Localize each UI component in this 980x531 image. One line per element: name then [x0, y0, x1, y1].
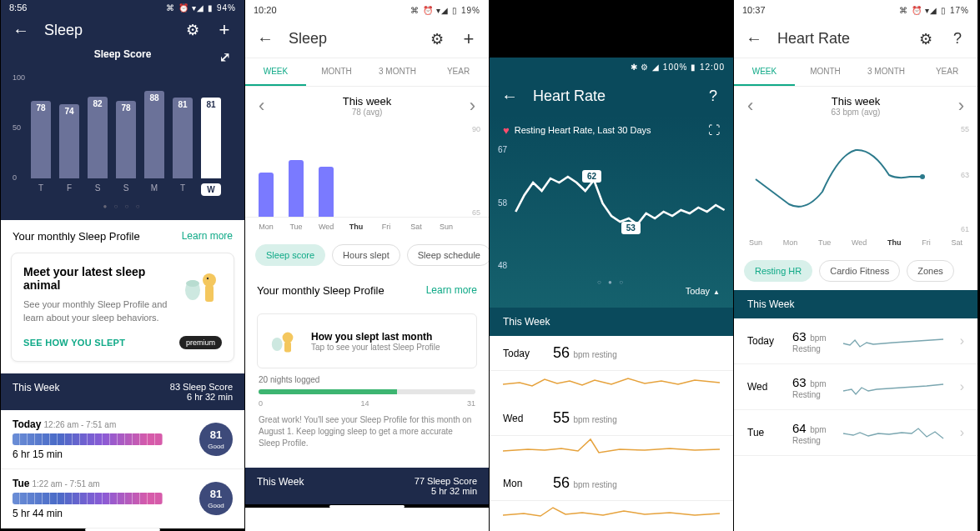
bar[interactable]: [259, 173, 274, 217]
bar[interactable]: [319, 167, 334, 218]
bar[interactable]: 78: [31, 101, 51, 179]
x-axis: T F S S M T W: [13, 183, 233, 196]
back-icon[interactable]: [746, 31, 762, 48]
chevron-left-icon[interactable]: [747, 95, 753, 117]
today-marker: Today: [490, 286, 733, 296]
resting-hr-line-chart[interactable]: 55 63 61: [734, 125, 977, 233]
progress-label: 20 nights logged: [245, 375, 489, 384]
nights-progress-bar: [259, 389, 475, 394]
tab-week[interactable]: WEEK: [245, 58, 306, 86]
svg-point-4: [186, 280, 199, 287]
sleep-stages-bar: [13, 493, 163, 504]
plus-icon[interactable]: [460, 31, 477, 48]
score-badge: 81Good: [199, 482, 233, 515]
hr-day-row[interactable]: Wed 63 bpmResting ›: [734, 364, 977, 410]
svg-point-8: [920, 174, 925, 179]
heart-icon: [503, 124, 510, 137]
period-tabs: WEEK MONTH 3 MONTH YEAR: [734, 58, 977, 87]
status-icons: ⌘ ⏰ ▾◢ ▮ 94%: [166, 3, 236, 13]
callout-high: 62: [582, 170, 601, 183]
status-time: 8:56: [9, 3, 27, 13]
chip-zones[interactable]: Zones: [907, 260, 954, 282]
status-time: 10:20: [254, 5, 277, 15]
top-bar: Sleep: [245, 20, 489, 58]
plus-icon[interactable]: [216, 22, 233, 38]
bar[interactable]: [289, 160, 304, 217]
tab-month[interactable]: MONTH: [306, 58, 367, 86]
sleep-stages-bar: [13, 433, 163, 445]
svg-rect-1: [205, 285, 214, 302]
tab-3month[interactable]: 3 MONTH: [856, 58, 917, 86]
hr-day-row[interactable]: Today 56 bpm resting: [490, 336, 733, 371]
score-badge: 81Good: [199, 423, 233, 456]
sleep-screen-dark: 8:56 ⌘ ⏰ ▾◢ ▮ 94% Sleep Sleep Score 100 …: [0, 0, 244, 531]
sleep-day-row[interactable]: Tue 1:22 am - 7:51 am 5 hr 44 min 81Good: [1, 469, 244, 528]
premium-badge: premium: [179, 336, 222, 349]
chevron-right-icon: ›: [960, 379, 964, 394]
top-bar: Heart Rate: [490, 78, 733, 115]
hr-day-row[interactable]: Wed 55 bpm resting: [490, 401, 733, 436]
period-tabs: WEEK MONTH 3 MONTH YEAR: [245, 58, 489, 87]
resting-hr-chart[interactable]: Resting Heart Rate, Last 30 Days 67 58 4…: [490, 115, 733, 308]
status-bar: 10:20 ⌘ ⏰ ▾◢ ▯ 19%: [245, 0, 489, 20]
chip-resting-hr[interactable]: Resting HR: [744, 260, 812, 282]
back-icon[interactable]: [257, 31, 274, 48]
chevron-right-icon[interactable]: [958, 95, 964, 117]
this-week-band: This Week: [490, 308, 733, 336]
heart-rate-screen-light: 10:37 ⌘ ⏰ ▾◢ ▯ 17% Heart Rate WEEK MONTH…: [733, 0, 977, 531]
bar-selected[interactable]: 81: [201, 98, 221, 178]
tab-month[interactable]: MONTH: [795, 58, 856, 86]
svg-point-2: [207, 278, 209, 279]
chip-sleep-score[interactable]: Sleep score: [255, 244, 325, 266]
this-week-band: This Week 83 Sleep Score 6 hr 32 min: [1, 373, 244, 410]
expand-icon[interactable]: [216, 48, 233, 65]
chip-hours-slept[interactable]: Hours slept: [332, 244, 400, 266]
x-axis: SunMonTueWedThuFriSat: [734, 233, 977, 252]
bar[interactable]: 74: [59, 104, 79, 178]
hr-day-row[interactable]: Today 63 bpmResting ›: [734, 318, 977, 364]
tab-week[interactable]: WEEK: [734, 58, 795, 86]
bar[interactable]: 78: [116, 101, 136, 179]
black-letterbox: [490, 0, 733, 58]
fullscreen-icon[interactable]: [708, 123, 720, 137]
chevron-left-icon[interactable]: [259, 95, 264, 117]
page-title: Sleep: [44, 22, 169, 39]
tab-year[interactable]: YEAR: [917, 58, 977, 86]
top-bar: Sleep: [1, 16, 244, 46]
giraffe-icon: [268, 324, 301, 358]
svg-point-7: [272, 338, 283, 351]
metric-chips: Sleep score Hours slept Sleep schedule T…: [245, 236, 489, 274]
sleep-animal-card[interactable]: Meet your latest sleep animal See your m…: [11, 253, 234, 362]
sleep-profile-card[interactable]: How you slept last month Tap to see your…: [257, 313, 477, 368]
tab-year[interactable]: YEAR: [428, 58, 489, 86]
learn-more-link[interactable]: Learn more: [426, 284, 477, 297]
learn-more-link[interactable]: Learn more: [182, 230, 233, 243]
bar[interactable]: 88: [144, 91, 164, 179]
back-icon[interactable]: [501, 88, 518, 104]
bar[interactable]: 82: [88, 97, 108, 178]
sleep-score-chart[interactable]: Sleep Score 100 50 0 78 74 82 78 88 81 8…: [1, 45, 244, 220]
android-nav-bar[interactable]: [245, 504, 489, 508]
help-icon[interactable]: [705, 88, 721, 104]
hr-day-list: Today 56 bpm resting Wed 55 bpm resting …: [490, 336, 733, 531]
hr-day-row[interactable]: Tue 64 bpmResting ›: [734, 410, 977, 456]
gear-icon[interactable]: [429, 31, 445, 48]
bar[interactable]: 81: [173, 98, 193, 178]
sleep-bar-chart[interactable]: 90 65: [245, 125, 489, 217]
sleep-day-row[interactable]: Today 12:26 am - 7:51 am 6 hr 15 min 81G…: [1, 410, 244, 469]
svg-rect-6: [284, 342, 291, 353]
chip-cardio-fitness[interactable]: Cardio Fitness: [819, 260, 900, 282]
gear-icon[interactable]: [917, 31, 934, 48]
chip-sleep-schedule[interactable]: Sleep schedule: [407, 244, 489, 266]
pager-dots[interactable]: ● ○ ○ ○: [13, 203, 233, 210]
chevron-right-icon[interactable]: [470, 95, 475, 117]
hr-day-row[interactable]: Mon 56 bpm resting: [490, 466, 733, 501]
help-icon[interactable]: [949, 31, 966, 48]
tab-3month[interactable]: 3 MONTH: [367, 58, 428, 86]
see-how-you-slept-link[interactable]: SEE HOW YOU SLEPT: [23, 338, 125, 348]
back-icon[interactable]: [13, 22, 29, 38]
status-bar: ✱ ⚙ ◢ 100% ▮ 12:00: [490, 58, 733, 78]
gear-icon[interactable]: [184, 22, 201, 38]
this-week-band: This Week: [734, 290, 977, 318]
pager-dots[interactable]: ○ ● ○: [490, 278, 733, 286]
